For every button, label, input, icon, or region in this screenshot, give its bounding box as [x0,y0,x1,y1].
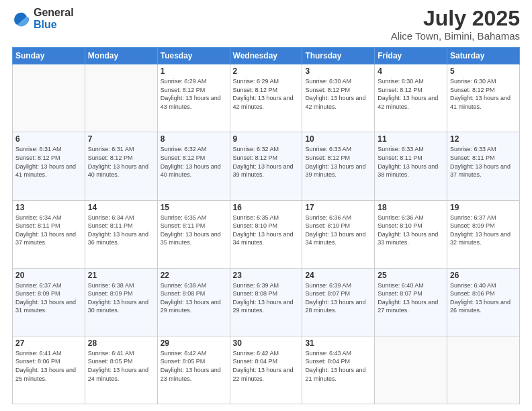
day-info: Sunrise: 6:37 AM Sunset: 8:09 PM Dayligh… [15,281,82,315]
calendar-cell: 19Sunrise: 6:37 AM Sunset: 8:09 PM Dayli… [447,200,520,268]
calendar-cell: 8Sunrise: 6:32 AM Sunset: 8:12 PM Daylig… [157,132,230,200]
day-info: Sunrise: 6:35 AM Sunset: 8:10 PM Dayligh… [233,214,300,247]
subtitle: Alice Town, Bimini, Bahamas [391,30,520,42]
day-of-week-header: Wednesday [230,48,302,64]
calendar-cell [375,336,447,404]
calendar-cell: 1Sunrise: 6:29 AM Sunset: 8:12 PM Daylig… [157,64,230,132]
day-of-week-header: Monday [85,48,157,64]
day-info: Sunrise: 6:35 AM Sunset: 8:11 PM Dayligh… [161,214,227,247]
day-number: 22 [161,271,227,280]
calendar-cell: 28Sunrise: 6:41 AM Sunset: 8:05 PM Dayli… [85,336,157,404]
day-info: Sunrise: 6:31 AM Sunset: 8:12 PM Dayligh… [88,145,154,179]
day-info: Sunrise: 6:41 AM Sunset: 8:06 PM Dayligh… [15,349,82,383]
day-info: Sunrise: 6:33 AM Sunset: 8:12 PM Dayligh… [305,145,371,179]
day-info: Sunrise: 6:39 AM Sunset: 8:07 PM Dayligh… [305,281,371,315]
calendar-cell: 18Sunrise: 6:36 AM Sunset: 8:10 PM Dayli… [375,200,447,268]
day-number: 7 [88,134,154,144]
day-of-week-header: Sunday [13,48,85,64]
calendar-cell [85,64,157,132]
day-info: Sunrise: 6:30 AM Sunset: 8:12 PM Dayligh… [378,77,444,111]
calendar-cell: 5Sunrise: 6:30 AM Sunset: 8:12 PM Daylig… [447,64,520,132]
calendar-cell: 10Sunrise: 6:33 AM Sunset: 8:12 PM Dayli… [302,132,375,200]
day-info: Sunrise: 6:32 AM Sunset: 8:12 PM Dayligh… [233,145,300,179]
day-number: 27 [15,338,82,348]
calendar-week-row: 1Sunrise: 6:29 AM Sunset: 8:12 PM Daylig… [13,64,520,132]
calendar-cell: 12Sunrise: 6:33 AM Sunset: 8:11 PM Dayli… [447,132,520,200]
calendar-week-row: 20Sunrise: 6:37 AM Sunset: 8:09 PM Dayli… [13,268,520,336]
day-number: 9 [233,134,300,144]
day-info: Sunrise: 6:40 AM Sunset: 8:07 PM Dayligh… [378,281,444,315]
day-of-week-header: Thursday [302,48,375,64]
day-number: 10 [305,134,371,144]
calendar-cell: 3Sunrise: 6:30 AM Sunset: 8:12 PM Daylig… [302,64,375,132]
day-number: 19 [450,203,517,212]
day-info: Sunrise: 6:33 AM Sunset: 8:11 PM Dayligh… [450,145,517,179]
day-number: 15 [161,203,227,212]
day-number: 16 [233,203,300,212]
calendar-header-row: SundayMondayTuesdayWednesdayThursdayFrid… [13,48,520,64]
day-number: 8 [161,134,227,144]
day-number: 24 [305,271,371,280]
calendar-cell: 13Sunrise: 6:34 AM Sunset: 8:11 PM Dayli… [13,200,85,268]
day-of-week-header: Saturday [447,48,520,64]
calendar: SundayMondayTuesdayWednesdayThursdayFrid… [12,47,520,404]
calendar-cell: 24Sunrise: 6:39 AM Sunset: 8:07 PM Dayli… [302,268,375,336]
day-number: 5 [450,66,517,76]
day-number: 25 [378,271,444,280]
logo: General Blue [12,7,74,30]
day-number: 21 [88,271,154,280]
calendar-cell: 27Sunrise: 6:41 AM Sunset: 8:06 PM Dayli… [13,336,85,404]
day-info: Sunrise: 6:32 AM Sunset: 8:12 PM Dayligh… [161,145,227,179]
day-number: 13 [15,203,82,212]
calendar-cell: 4Sunrise: 6:30 AM Sunset: 8:12 PM Daylig… [375,64,447,132]
day-number: 18 [378,203,444,212]
day-info: Sunrise: 6:31 AM Sunset: 8:12 PM Dayligh… [15,145,82,179]
calendar-cell: 6Sunrise: 6:31 AM Sunset: 8:12 PM Daylig… [13,132,85,200]
calendar-cell: 30Sunrise: 6:42 AM Sunset: 8:04 PM Dayli… [230,336,302,404]
day-number: 31 [305,338,371,348]
day-number: 20 [15,271,82,280]
page: General Blue July 2025 Alice Town, Bimin… [0,0,532,411]
day-info: Sunrise: 6:43 AM Sunset: 8:04 PM Dayligh… [305,349,371,383]
day-number: 28 [88,338,154,348]
calendar-cell: 17Sunrise: 6:36 AM Sunset: 8:10 PM Dayli… [302,200,375,268]
day-number: 17 [305,203,371,212]
header: General Blue July 2025 Alice Town, Bimin… [12,7,520,42]
day-of-week-header: Friday [375,48,447,64]
day-info: Sunrise: 6:30 AM Sunset: 8:12 PM Dayligh… [450,77,517,111]
calendar-week-row: 13Sunrise: 6:34 AM Sunset: 8:11 PM Dayli… [13,200,520,268]
day-number: 12 [450,134,517,144]
calendar-cell: 21Sunrise: 6:38 AM Sunset: 8:09 PM Dayli… [85,268,157,336]
day-info: Sunrise: 6:41 AM Sunset: 8:05 PM Dayligh… [88,349,154,383]
day-info: Sunrise: 6:38 AM Sunset: 8:08 PM Dayligh… [161,281,227,315]
calendar-cell: 11Sunrise: 6:33 AM Sunset: 8:11 PM Dayli… [375,132,447,200]
day-number: 29 [161,338,227,348]
calendar-week-row: 27Sunrise: 6:41 AM Sunset: 8:06 PM Dayli… [13,336,520,404]
calendar-cell: 16Sunrise: 6:35 AM Sunset: 8:10 PM Dayli… [230,200,302,268]
day-info: Sunrise: 6:42 AM Sunset: 8:05 PM Dayligh… [161,349,227,383]
day-info: Sunrise: 6:29 AM Sunset: 8:12 PM Dayligh… [161,77,227,111]
day-number: 6 [15,134,82,144]
day-number: 3 [305,66,371,76]
calendar-cell: 29Sunrise: 6:42 AM Sunset: 8:05 PM Dayli… [157,336,230,404]
day-number: 14 [88,203,154,212]
day-number: 2 [233,66,300,76]
day-info: Sunrise: 6:38 AM Sunset: 8:09 PM Dayligh… [88,281,154,315]
title-block: July 2025 Alice Town, Bimini, Bahamas [391,7,520,42]
calendar-week-row: 6Sunrise: 6:31 AM Sunset: 8:12 PM Daylig… [13,132,520,200]
day-number: 1 [161,66,227,76]
day-number: 11 [378,134,444,144]
day-info: Sunrise: 6:34 AM Sunset: 8:11 PM Dayligh… [88,214,154,247]
day-info: Sunrise: 6:42 AM Sunset: 8:04 PM Dayligh… [233,349,300,383]
logo-blue: Blue [34,19,57,30]
day-number: 4 [378,66,444,76]
calendar-cell [13,64,85,132]
day-info: Sunrise: 6:40 AM Sunset: 8:06 PM Dayligh… [450,281,517,315]
day-info: Sunrise: 6:29 AM Sunset: 8:12 PM Dayligh… [233,77,300,111]
calendar-cell: 9Sunrise: 6:32 AM Sunset: 8:12 PM Daylig… [230,132,302,200]
calendar-cell: 7Sunrise: 6:31 AM Sunset: 8:12 PM Daylig… [85,132,157,200]
day-info: Sunrise: 6:36 AM Sunset: 8:10 PM Dayligh… [305,214,371,247]
day-info: Sunrise: 6:37 AM Sunset: 8:09 PM Dayligh… [450,214,517,247]
calendar-cell [447,336,520,404]
day-number: 30 [233,338,300,348]
